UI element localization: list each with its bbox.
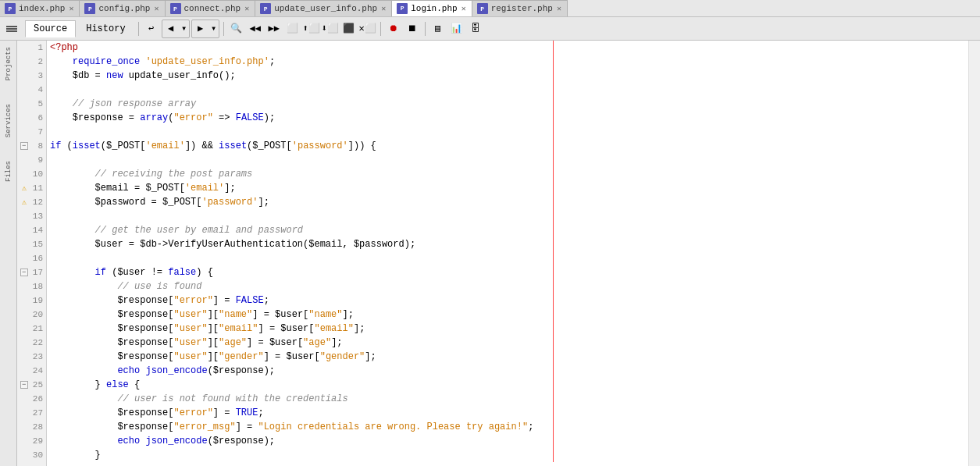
stop-button[interactable]: ⏹ bbox=[404, 20, 421, 37]
code-line-19: $response["error"] = FALSE; bbox=[47, 293, 968, 308]
code-line-11: $email = $_POST['email']; bbox=[47, 181, 968, 195]
history-tab[interactable]: History bbox=[77, 20, 134, 37]
fold-icon-8[interactable]: − bbox=[20, 142, 28, 150]
code-line-10: // receiving the post params bbox=[47, 167, 968, 181]
tab-label: register.php bbox=[491, 4, 553, 13]
code-line-8: if (isset($_POST['email']) && isset($_PO… bbox=[47, 139, 968, 153]
clear-bookmarks-button[interactable]: ✕⬜ bbox=[359, 20, 376, 37]
code-line-23: $response["user"]["gender"] = $user["gen… bbox=[47, 350, 968, 364]
code-line-18: // use is found bbox=[47, 279, 968, 293]
php-icon: P bbox=[170, 3, 181, 14]
code-line-25: } else { bbox=[47, 378, 968, 392]
tab-close-icon[interactable]: ✕ bbox=[380, 4, 387, 13]
code-line-27: $response["error"] = TRUE; bbox=[47, 406, 968, 420]
prev-bookmark-button[interactable]: ⬆⬜ bbox=[303, 20, 320, 37]
tab-close-icon[interactable]: ✕ bbox=[68, 4, 74, 13]
php-icon: P bbox=[477, 3, 488, 14]
code-line-5: // json response array bbox=[47, 97, 968, 111]
sidebar-icon-files[interactable]: Files bbox=[3, 158, 14, 185]
undo-button[interactable]: ↩ bbox=[143, 20, 160, 37]
code-line-14: // get the user by email and password bbox=[47, 223, 968, 237]
tab-close-icon[interactable]: ✕ bbox=[556, 4, 562, 13]
tab-label: update_user_info.php bbox=[274, 4, 377, 13]
code-line-13 bbox=[47, 209, 968, 223]
tab-register-php[interactable]: P register.php ✕ bbox=[472, 0, 568, 17]
tab-update-user-info-php[interactable]: P update_user_info.php ✕ bbox=[255, 0, 392, 17]
code-line-16 bbox=[47, 251, 968, 265]
separator-4 bbox=[425, 22, 426, 36]
line-numbers: 1 2 3 4 5 6 7 − 8 9 10 ⚠ 11 ⚠ 12 13 14 1… bbox=[17, 41, 47, 466]
forward-dropdown[interactable]: ▾ bbox=[209, 20, 219, 37]
php-icon: P bbox=[5, 3, 16, 14]
fold-icon-17[interactable]: − bbox=[20, 269, 28, 276]
back-dropdown[interactable]: ▾ bbox=[180, 20, 189, 37]
columns-button[interactable]: ▤ bbox=[429, 20, 447, 37]
php-icon: P bbox=[397, 3, 408, 14]
code-line-4 bbox=[47, 83, 968, 97]
tab-label: index.php bbox=[19, 4, 65, 13]
source-tab[interactable]: Source bbox=[25, 20, 76, 37]
chart-button[interactable]: 📊 bbox=[448, 20, 465, 37]
tab-label: config.php bbox=[98, 4, 150, 13]
back-button[interactable]: ◀ bbox=[162, 20, 180, 37]
code-line-2: require_once 'update_user_info.php'; bbox=[47, 55, 968, 69]
code-area[interactable]: <?php require_once 'update_user_info.php… bbox=[47, 41, 968, 466]
code-line-22: $response["user"]["age"] = $user["age"]; bbox=[47, 336, 968, 350]
toggle-all-bookmarks-button[interactable]: ⬛ bbox=[340, 20, 358, 37]
search-button[interactable]: 🔍 bbox=[228, 20, 245, 37]
run-button[interactable]: ⏺ bbox=[385, 20, 402, 37]
code-line-26: // user is not found with the credential… bbox=[47, 392, 968, 406]
code-line-15: $user = $db->VerifyUserAuthentication($e… bbox=[47, 237, 968, 251]
warning-icon-12: ⚠ bbox=[22, 197, 27, 207]
code-line-21: $response["user"]["email"] = $user["emai… bbox=[47, 322, 968, 336]
toggle-bookmark-button[interactable]: ⬜ bbox=[284, 20, 301, 37]
fold-icon-25[interactable]: − bbox=[20, 381, 28, 389]
separator-3 bbox=[380, 22, 381, 36]
next-bookmark-button[interactable]: ⬇⬜ bbox=[322, 20, 339, 37]
code-line-28: $response["error_msg"] = "Login credenti… bbox=[47, 420, 968, 434]
left-sidebar: Projects Services Files bbox=[0, 41, 17, 466]
find-prev-button[interactable]: ◀◀ bbox=[247, 20, 264, 37]
tab-close-icon[interactable]: ✕ bbox=[461, 4, 467, 13]
forward-button[interactable]: ▶ bbox=[192, 20, 209, 37]
tab-connect-php[interactable]: P connect.php ✕ bbox=[166, 0, 256, 17]
sidebar-icon-projects[interactable]: Projects bbox=[3, 44, 14, 84]
warning-icon-11: ⚠ bbox=[22, 183, 27, 193]
php-icon: P bbox=[84, 3, 95, 14]
code-line-24: echo json_encode($response); bbox=[47, 364, 968, 378]
tab-config-php[interactable]: P config.php ✕ bbox=[80, 0, 165, 17]
code-line-1: <?php bbox=[47, 41, 968, 55]
code-line-3: $db = new update_user_info(); bbox=[47, 69, 968, 83]
find-next-button[interactable]: ▶▶ bbox=[265, 20, 283, 37]
tab-label: connect.php bbox=[184, 4, 241, 13]
tab-close-icon[interactable]: ✕ bbox=[244, 4, 250, 13]
code-line-20: $response["user"]["name"] = $user["name"… bbox=[47, 308, 968, 322]
db-button[interactable]: 🗄 bbox=[467, 20, 484, 37]
editor-area: 1 2 3 4 5 6 7 − 8 9 10 ⚠ 11 ⚠ 12 13 14 1… bbox=[17, 41, 980, 466]
code-line-6: $response = array("error" => FALSE); bbox=[47, 111, 968, 125]
tab-close-icon[interactable]: ✕ bbox=[153, 4, 159, 13]
code-line-7 bbox=[47, 125, 968, 139]
main-container: Projects Services Files 1 2 3 4 5 6 7 − … bbox=[0, 41, 980, 466]
tab-login-php[interactable]: P login.php ✕ bbox=[392, 0, 472, 17]
code-line-29: echo json_encode($response); bbox=[47, 434, 968, 448]
sidebar-icon-services[interactable]: Services bbox=[3, 101, 14, 141]
separator-1 bbox=[138, 22, 139, 36]
tab-index-php[interactable]: P index.php ✕ bbox=[0, 0, 80, 17]
code-line-30: } bbox=[47, 448, 968, 462]
right-scrollbar[interactable] bbox=[968, 41, 980, 466]
toolbar: Source History ↩ ◀ ▾ ▶ ▾ 🔍 ◀◀ ▶▶ ⬜ ⬆⬜ ⬇⬜… bbox=[0, 17, 980, 41]
code-lines: <?php require_once 'update_user_info.php… bbox=[47, 41, 968, 462]
php-icon: P bbox=[260, 3, 271, 14]
separator-2 bbox=[223, 22, 224, 36]
code-line-12: $password = $_POST['password']; bbox=[47, 195, 968, 209]
tab-bar: P index.php ✕ P config.php ✕ P connect.p… bbox=[0, 0, 980, 17]
code-line-17: if ($user != false) { bbox=[47, 265, 968, 279]
tab-label: login.php bbox=[411, 4, 457, 13]
code-line-9 bbox=[47, 153, 968, 167]
